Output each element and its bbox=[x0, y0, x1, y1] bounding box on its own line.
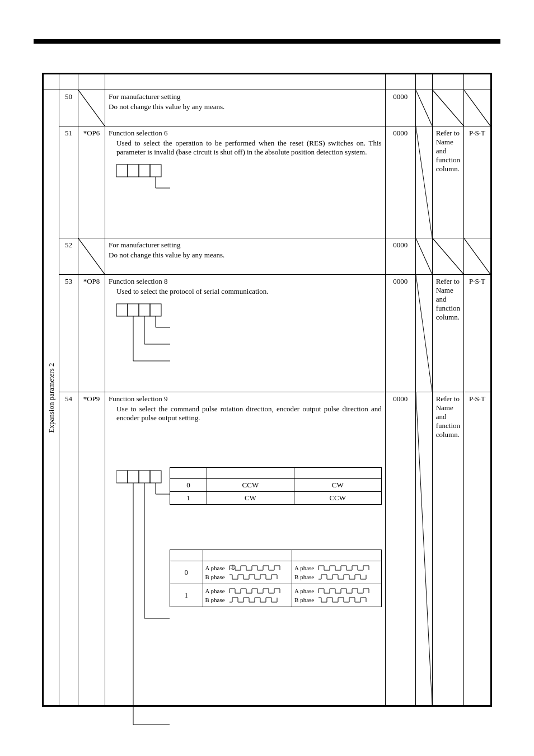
mode-cell: P·S·T bbox=[464, 275, 491, 392]
param-desc: Function selection 9 Use to select the c… bbox=[105, 392, 386, 706]
mode-cell bbox=[464, 90, 491, 126]
setting-range: Refer to Name and function column. bbox=[432, 126, 463, 238]
waveform-cell: A phase B phase bbox=[203, 561, 292, 584]
param-desc: For manufacturer setting Do not change t… bbox=[105, 90, 386, 126]
param-no: 54 bbox=[59, 392, 78, 706]
initial-value: 0000 bbox=[385, 392, 415, 706]
initial-value: 0000 bbox=[385, 275, 415, 392]
rot-fwd: CW bbox=[207, 492, 294, 505]
svg-rect-7 bbox=[150, 165, 161, 177]
svg-line-10 bbox=[416, 126, 432, 238]
param-desc: Function selection 8 Used to select the … bbox=[105, 275, 386, 392]
rotation-subtable: 0 CCW CW 1 CW CCW bbox=[170, 467, 382, 505]
svg-rect-6 bbox=[139, 165, 150, 177]
svg-line-2 bbox=[433, 90, 463, 126]
param-no: 53 bbox=[59, 275, 78, 392]
param-desc: Function selection 6 Used to select the … bbox=[105, 126, 386, 238]
param-no: 51 bbox=[59, 126, 78, 238]
svg-rect-26 bbox=[116, 471, 128, 483]
unit-cell bbox=[415, 90, 432, 126]
setting-range bbox=[432, 238, 463, 275]
svg-rect-27 bbox=[128, 471, 139, 483]
param-symbol: *OP8 bbox=[78, 275, 105, 392]
param-symbol: *OP6 bbox=[78, 126, 105, 238]
unit-cell bbox=[415, 392, 432, 706]
bit-tree-icon bbox=[109, 161, 382, 217]
svg-rect-18 bbox=[150, 304, 161, 316]
class-label: Expansion parameters 2 bbox=[47, 363, 56, 433]
rot-rev: CW bbox=[294, 479, 381, 492]
rot-fwd: CCW bbox=[207, 479, 294, 492]
unit-cell bbox=[415, 238, 432, 275]
initial-value: 0000 bbox=[385, 90, 415, 126]
waveform-cell: A phase B phase bbox=[292, 561, 382, 584]
mode-cell bbox=[464, 238, 491, 275]
svg-line-14 bbox=[464, 238, 490, 274]
parameter-table: Expansion parameters 2 50 For manufactur… bbox=[42, 73, 492, 707]
header-row bbox=[44, 74, 491, 90]
enc-setting: 0 bbox=[170, 561, 203, 584]
enc-setting: 1 bbox=[170, 584, 203, 607]
bit-tree-icon bbox=[109, 300, 382, 379]
table-row: 54 *OP9 Function selection 9 Use to sele… bbox=[44, 392, 491, 706]
param-symbol: *OP9 bbox=[78, 392, 105, 706]
encoder-subtable: 0 A phase B phase A phase B phase bbox=[170, 550, 382, 607]
svg-rect-28 bbox=[139, 471, 150, 483]
svg-line-11 bbox=[78, 238, 105, 274]
rot-rev: CCW bbox=[294, 492, 381, 505]
waveform-cell: A phase B phase bbox=[203, 584, 292, 607]
svg-line-1 bbox=[416, 90, 432, 126]
param-no: 52 bbox=[59, 238, 78, 275]
svg-rect-17 bbox=[139, 304, 150, 316]
param-no: 50 bbox=[59, 90, 78, 126]
rot-setting: 0 bbox=[170, 479, 207, 492]
param-desc: For manufacturer setting Do not change t… bbox=[105, 238, 386, 275]
setting-range bbox=[432, 90, 463, 126]
svg-rect-16 bbox=[128, 304, 139, 316]
waveform-cell: A phase B phase bbox=[292, 584, 382, 607]
svg-line-36 bbox=[416, 392, 432, 705]
svg-line-3 bbox=[464, 90, 490, 126]
mode-cell: P·S·T bbox=[464, 392, 491, 706]
svg-line-13 bbox=[433, 238, 463, 274]
setting-range: Refer to Name and function column. bbox=[432, 392, 463, 706]
table-row: 53 *OP8 Function selection 8 Used to sel… bbox=[44, 275, 491, 392]
param-symbol bbox=[78, 90, 105, 126]
header-rule bbox=[34, 39, 500, 44]
table-row: 51 *OP6 Function selection 6 Used to sel… bbox=[44, 126, 491, 238]
table-row: 52 For manufacturer setting Do not chang… bbox=[44, 238, 491, 275]
svg-rect-5 bbox=[128, 165, 139, 177]
setting-range: Refer to Name and function column. bbox=[432, 275, 463, 392]
initial-value: 0000 bbox=[385, 126, 415, 238]
svg-line-25 bbox=[416, 275, 432, 392]
initial-value: 0000 bbox=[385, 238, 415, 275]
svg-rect-15 bbox=[116, 304, 128, 316]
unit-cell bbox=[415, 275, 432, 392]
svg-rect-29 bbox=[150, 471, 161, 483]
table-row: Expansion parameters 2 50 For manufactur… bbox=[44, 90, 491, 126]
unit-cell bbox=[415, 126, 432, 238]
svg-line-0 bbox=[78, 90, 105, 126]
rot-setting: 1 bbox=[170, 492, 207, 505]
svg-rect-4 bbox=[116, 165, 128, 177]
svg-line-12 bbox=[416, 238, 432, 274]
param-symbol bbox=[78, 238, 105, 275]
mode-cell: P·S·T bbox=[464, 126, 491, 238]
